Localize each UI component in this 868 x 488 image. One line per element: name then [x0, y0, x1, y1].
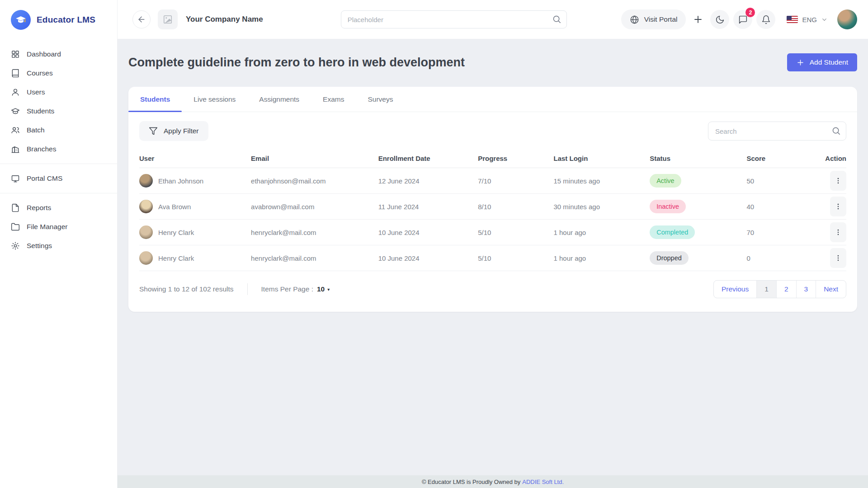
sidebar-item-label: Courses	[27, 69, 53, 77]
kebab-menu-icon	[834, 202, 842, 211]
table-search-input[interactable]	[708, 122, 846, 141]
sidebar-item-settings[interactable]: Settings	[0, 237, 117, 255]
sidebar-item-branches[interactable]: Branches	[0, 140, 117, 158]
app-root: Educator LMS Dashboard Courses Users Stu…	[0, 0, 868, 488]
caret-down-icon[interactable]: ▾	[327, 287, 330, 292]
moon-icon	[715, 15, 725, 24]
back-button[interactable]	[132, 10, 151, 28]
add-student-button[interactable]: Add Student	[787, 53, 857, 71]
sidebar-item-label: File Manager	[27, 223, 67, 231]
gear-icon	[11, 241, 20, 250]
table-row: Ethan Johnson ethanjohnson@mail.com 12 J…	[139, 168, 846, 194]
sidebar-item-label: Reports	[27, 204, 51, 212]
language-selector[interactable]: ENG	[787, 16, 828, 23]
tab-students[interactable]: Students	[128, 87, 182, 112]
monitor-icon	[11, 174, 20, 183]
status-cell: Completed	[650, 225, 746, 239]
table-search	[708, 122, 846, 141]
file-icon	[11, 203, 20, 212]
language-label: ENG	[802, 16, 817, 23]
progress-cell: 5/10	[478, 229, 553, 236]
pagination-next[interactable]: Next	[816, 281, 846, 298]
column-header-progress: Progress	[478, 155, 553, 162]
sidebar-item-label: Branches	[27, 145, 56, 153]
enrollment-date-cell: 12 June 2024	[378, 177, 478, 185]
pagination-previous[interactable]: Previous	[714, 281, 756, 298]
sidebar-nav: Dashboard Courses Users Students Batch B…	[0, 41, 117, 259]
messages-button[interactable]: 2	[733, 10, 752, 29]
global-search-input[interactable]	[341, 10, 567, 28]
add-button[interactable]	[690, 11, 706, 28]
sidebar-item-label: Students	[27, 107, 54, 115]
footer-link[interactable]: ADDIE Soft Ltd.	[522, 479, 564, 485]
score-cell: 0	[746, 254, 813, 262]
action-cell	[813, 171, 846, 191]
search-icon[interactable]	[831, 126, 841, 136]
sidebar-item-portal-cms[interactable]: Portal CMS	[0, 169, 117, 188]
sidebar-divider	[0, 193, 117, 193]
sidebar-item-courses[interactable]: Courses	[0, 64, 117, 82]
user-icon	[11, 88, 20, 97]
us-flag-icon	[787, 16, 798, 23]
user-avatar[interactable]	[837, 9, 857, 29]
column-header-email: Email	[251, 155, 378, 162]
students-card: Students Live sessions Assignments Exams…	[128, 87, 857, 312]
building-icon	[11, 145, 20, 154]
column-header-last-login: Last Login	[553, 155, 650, 162]
row-actions-button[interactable]	[830, 222, 846, 242]
status-cell: Inactive	[650, 200, 746, 213]
enrollment-date-cell: 10 June 2024	[378, 229, 478, 236]
search-icon[interactable]	[552, 14, 561, 24]
table-footer: Showing 1 to 12 of 102 results Items Per…	[128, 271, 857, 307]
dashboard-icon	[11, 50, 20, 59]
sidebar-item-students[interactable]: Students	[0, 102, 117, 120]
tab-exams[interactable]: Exams	[311, 87, 356, 112]
email-cell: avabrown@mail.com	[251, 203, 378, 211]
chat-icon	[738, 15, 748, 24]
action-cell	[813, 197, 846, 216]
column-header-user: User	[139, 155, 251, 162]
brand[interactable]: Educator LMS	[0, 0, 117, 41]
kebab-menu-icon	[834, 228, 842, 236]
row-actions-button[interactable]	[830, 197, 846, 216]
sidebar-item-batch[interactable]: Batch	[0, 121, 117, 139]
topbar: Your Company Name Visit Portal 2	[118, 0, 868, 39]
dark-mode-toggle[interactable]	[710, 10, 729, 29]
items-per-page-value[interactable]: 10	[317, 285, 325, 293]
page-title: Complete guideline from zero to hero in …	[128, 56, 465, 70]
funnel-icon	[149, 127, 158, 136]
tab-assignments[interactable]: Assignments	[247, 87, 311, 112]
sidebar-item-dashboard[interactable]: Dashboard	[0, 45, 117, 63]
avatar	[139, 251, 153, 265]
tab-live-sessions[interactable]: Live sessions	[182, 87, 247, 112]
sidebar-item-file-manager[interactable]: File Manager	[0, 218, 117, 236]
row-actions-button[interactable]	[830, 248, 846, 268]
page-footer: © Educator LMS is Proudly Owned by ADDIE…	[118, 475, 868, 488]
global-search	[341, 10, 567, 28]
vertical-divider	[247, 283, 248, 295]
people-icon	[11, 126, 20, 135]
add-student-label: Add Student	[810, 58, 848, 66]
footer-text: © Educator LMS is Proudly Owned by	[422, 479, 520, 485]
notifications-button[interactable]	[756, 10, 775, 29]
pagination-page-1[interactable]: 1	[756, 281, 776, 298]
book-icon	[11, 69, 20, 78]
sidebar-item-label: Settings	[27, 242, 52, 250]
user-name: Ethan Johnson	[158, 177, 203, 185]
apply-filter-button[interactable]: Apply Filter	[139, 121, 208, 141]
avatar	[139, 200, 153, 213]
score-cell: 40	[746, 203, 813, 211]
status-cell: Active	[650, 174, 746, 188]
sidebar-item-users[interactable]: Users	[0, 83, 117, 101]
sidebar-item-reports[interactable]: Reports	[0, 199, 117, 217]
visit-portal-button[interactable]: Visit Portal	[621, 9, 686, 29]
pagination-page-2[interactable]: 2	[776, 281, 796, 298]
user-name: Henry Clark	[158, 229, 194, 236]
arrow-left-icon	[137, 15, 146, 24]
tab-surveys[interactable]: Surveys	[356, 87, 405, 112]
pagination-page-3[interactable]: 3	[796, 281, 816, 298]
row-actions-button[interactable]	[830, 171, 846, 191]
score-cell: 70	[746, 229, 813, 236]
column-header-action: Action	[813, 155, 846, 162]
students-table: User Email Enrollment Date Progress Last…	[128, 149, 857, 271]
